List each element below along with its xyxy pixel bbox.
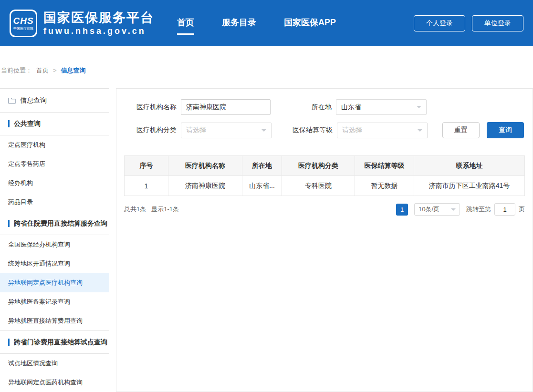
site-logo[interactable]: CHS 中国医疗保障 国家医保服务平台 fuwu.nhsa.gov.cn: [10, 10, 154, 37]
breadcrumb-current[interactable]: 信息查询: [61, 67, 86, 74]
nav-national-insurance-app[interactable]: 国家医保APP: [284, 17, 336, 35]
jump-suffix-text: 页: [519, 205, 525, 214]
section-heading-cross-province-outpatient: 跨省门诊费用直接结算试点查询: [0, 330, 109, 354]
col-header-serial: 序号: [125, 156, 168, 176]
table-row: 1 济南神康医院 山东省... 专科医院 暂无数据 济南市历下区工业南路41号: [125, 176, 525, 196]
col-header-org-type: 医疗机构分类: [282, 156, 355, 176]
org-type-select[interactable]: 请选择: [181, 123, 272, 138]
jump-prefix-text: 跳转至第: [466, 205, 491, 214]
sidebar-root-info-query[interactable]: 信息查询: [0, 89, 109, 112]
login-button-group: 个人登录 单位登录: [414, 15, 523, 31]
logo-text-block: 国家医保服务平台 fuwu.nhsa.gov.cn: [43, 10, 154, 36]
org-type-label: 医疗机构分类: [124, 126, 177, 134]
cell-org-type: 专科医院: [282, 176, 355, 196]
sidebar-item-drug-catalog[interactable]: 药品目录: [0, 193, 109, 212]
pagination-bar: 总共1条 显示1-1条 1 10条/页 跳转至第 页: [124, 203, 525, 216]
section-heading-label: 跨省门诊费用直接结算试点查询: [14, 338, 107, 347]
org-type-select-value: 请选择: [186, 126, 206, 134]
page-size-select[interactable]: 10条/页: [414, 203, 460, 216]
page-size-value: 10条/页: [418, 205, 439, 214]
jump-page-input[interactable]: [494, 203, 515, 216]
cell-serial: 1: [125, 176, 168, 196]
settle-level-select-value: 请选择: [342, 126, 362, 134]
chevron-down-icon: [418, 129, 422, 132]
org-login-button[interactable]: 单位登录: [472, 15, 523, 31]
chevron-down-icon: [417, 106, 421, 108]
col-header-address: 联系地址: [414, 156, 525, 176]
search-button[interactable]: 查询: [487, 122, 524, 138]
pagination-controls: 1 10条/页 跳转至第 页: [396, 203, 525, 216]
cell-address: 济南市历下区工业南路41号: [414, 176, 525, 196]
sidebar-root-label: 信息查询: [20, 96, 47, 105]
sidebar-item-remote-settlement-fee-query[interactable]: 异地就医直接结算费用查询: [0, 311, 109, 330]
section-heading-cross-province-inpatient: 跨省住院费用直接结算服务查询: [0, 212, 109, 235]
page-content: 信息查询 公共查询 定点医疗机构 定点零售药店 经办机构 药品目录 跨省住院费用…: [0, 88, 533, 392]
sidebar-item-region-activation-query[interactable]: 统筹地区开通情况查询: [0, 254, 109, 273]
heading-accent-bar: [8, 339, 10, 346]
filter-row-2: 医疗机构分类 请选择 医保结算等级 请选择 重置 查询: [124, 122, 525, 138]
breadcrumb-prefix: 当前位置：: [1, 67, 32, 74]
sidebar: 信息查询 公共查询 定点医疗机构 定点零售药店 经办机构 药品目录 跨省住院费用…: [0, 88, 109, 392]
sidebar-item-remote-networked-medical-org-query[interactable]: 异地联网定点医疗机构查询: [0, 273, 109, 292]
table-header-row: 序号 医疗机构名称 所在地 医疗机构分类 医保结算等级 联系地址: [125, 156, 525, 176]
reset-button[interactable]: 重置: [442, 122, 480, 138]
nhsa-logo-icon: CHS 中国医疗保障: [10, 10, 37, 37]
main-nav: 首页 服务目录 国家医保APP: [177, 17, 336, 35]
page-number-button[interactable]: 1: [396, 204, 408, 216]
heading-accent-bar: [8, 220, 10, 227]
settle-level-label: 医保结算等级: [276, 126, 333, 134]
location-select-value: 山东省: [341, 103, 361, 112]
site-title: 国家医保服务平台: [43, 10, 154, 26]
chevron-down-icon: [451, 208, 456, 211]
sidebar-item-pilot-region-query[interactable]: 试点地区情况查询: [0, 354, 109, 373]
total-count-text: 总共1条: [124, 205, 146, 214]
col-header-location: 所在地: [242, 156, 282, 176]
page-jump: 跳转至第 页: [466, 203, 525, 216]
nav-service-catalog[interactable]: 服务目录: [222, 17, 256, 35]
sidebar-item-remote-filing-record-query[interactable]: 异地就医备案记录查询: [0, 292, 109, 311]
result-summary: 总共1条 显示1-1条: [124, 205, 179, 214]
sidebar-item-designated-medical-institutions[interactable]: 定点医疗机构: [0, 135, 109, 155]
main-panel: 医疗机构名称 所在地 山东省 医疗机构分类 请选择 医保结算等级 请选择 重置 …: [116, 88, 533, 392]
logo-monogram: CHS: [13, 16, 33, 25]
breadcrumb-separator: >: [53, 67, 57, 74]
folder-icon: [8, 97, 16, 104]
results-table: 序号 医疗机构名称 所在地 医疗机构分类 医保结算等级 联系地址 1 济南神康医…: [124, 155, 525, 196]
nav-home[interactable]: 首页: [177, 17, 194, 35]
sidebar-item-remote-networked-pharma-org-query[interactable]: 异地联网定点医药机构查询: [0, 373, 109, 392]
section-heading-label: 公共查询: [14, 120, 41, 128]
filter-row-1: 医疗机构名称 所在地 山东省: [124, 99, 525, 115]
location-label: 所在地: [275, 103, 332, 112]
logo-caption: 中国医疗保障: [13, 27, 33, 30]
sidebar-item-national-agency-query[interactable]: 全国医保经办机构查询: [0, 235, 109, 254]
section-heading-public-query: 公共查询: [0, 112, 109, 135]
range-text: 显示1-1条: [151, 205, 179, 214]
filter-buttons: 重置 查询: [442, 122, 524, 138]
cell-settle-level: 暂无数据: [355, 176, 414, 196]
org-name-label: 医疗机构名称: [124, 103, 177, 112]
org-name-input[interactable]: [181, 99, 271, 115]
site-domain: fuwu.nhsa.gov.cn: [43, 26, 154, 36]
breadcrumb-home[interactable]: 首页: [36, 67, 49, 74]
col-header-settle-level: 医保结算等级: [355, 156, 414, 176]
chevron-down-icon: [261, 129, 266, 132]
sidebar-item-handling-agencies[interactable]: 经办机构: [0, 174, 109, 193]
top-header: CHS 中国医疗保障 国家医保服务平台 fuwu.nhsa.gov.cn 首页 …: [0, 0, 533, 46]
cell-org-name: 济南神康医院: [168, 176, 242, 196]
breadcrumb: 当前位置： 首页 > 信息查询: [0, 46, 533, 74]
heading-accent-bar: [8, 120, 10, 127]
col-header-org-name: 医疗机构名称: [168, 156, 242, 176]
sidebar-item-designated-retail-pharmacies[interactable]: 定点零售药店: [0, 155, 109, 174]
settle-level-select[interactable]: 请选择: [337, 123, 428, 138]
cell-location: 山东省...: [242, 176, 282, 196]
section-heading-label: 跨省住院费用直接结算服务查询: [14, 219, 107, 228]
location-select[interactable]: 山东省: [336, 99, 427, 115]
personal-login-button[interactable]: 个人登录: [414, 15, 465, 31]
